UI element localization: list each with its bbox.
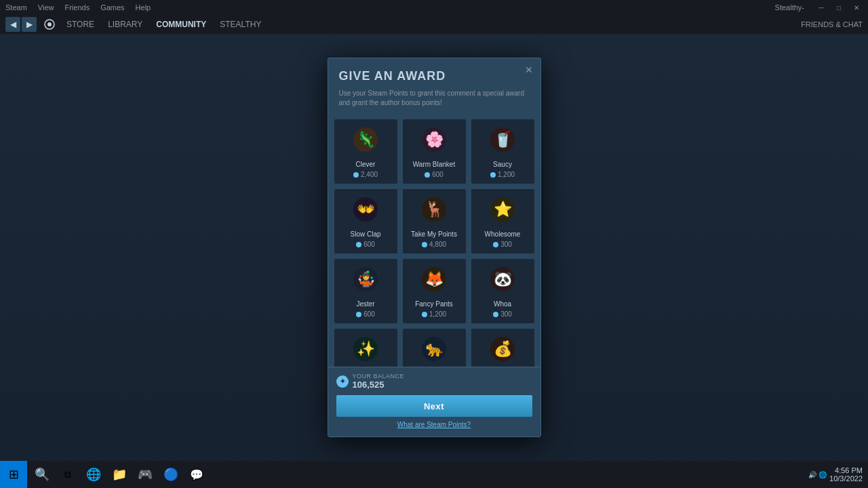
what-are-points-link[interactable]: What are Steam Points? xyxy=(336,421,532,428)
cost-value: 600 xyxy=(363,241,375,248)
steam-icon xyxy=(42,17,57,32)
award-item-clever[interactable]: 🦎Clever2,400 xyxy=(334,119,398,184)
award-icon: 🐼 xyxy=(489,266,516,296)
svg-text:🤹: 🤹 xyxy=(357,270,376,288)
cost-icon xyxy=(356,242,361,247)
back-button[interactable]: ◀ xyxy=(5,17,20,32)
balance-value: 106,525 xyxy=(353,380,405,390)
title-bar: Steam View Friends Games Help Stealthy- … xyxy=(0,0,868,15)
award-icon: 👐 xyxy=(352,196,379,226)
svg-text:🥤: 🥤 xyxy=(494,130,513,148)
svg-text:✨: ✨ xyxy=(357,340,376,358)
award-item-wholesome[interactable]: ⭐Wholesome300 xyxy=(471,188,535,254)
next-button[interactable]: Next xyxy=(336,395,532,417)
award-item-jester[interactable]: 🤹Jester600 xyxy=(334,258,398,324)
award-icon: 🤹 xyxy=(352,266,379,296)
balance-label: YOUR BALANCE xyxy=(353,373,405,380)
award-name: Saucy xyxy=(493,161,512,168)
menu-steam[interactable]: Steam xyxy=(5,3,27,12)
forward-button[interactable]: ▶ xyxy=(22,17,37,32)
modal-backdrop: ✕ GIVE AN AWARD Use your Steam Points to… xyxy=(0,34,868,461)
menu-friends[interactable]: Friends xyxy=(64,3,90,12)
taskbar-folder[interactable]: 📁 xyxy=(107,462,132,487)
cost-value: 300 xyxy=(500,241,512,248)
cost-icon xyxy=(422,312,427,317)
start-button[interactable]: ⊞ xyxy=(0,461,27,488)
award-item-wild[interactable]: 🐆Wild300 xyxy=(402,328,467,367)
cost-icon xyxy=(493,242,498,247)
award-item-super-star[interactable]: ✨Super Star600 xyxy=(334,328,398,367)
nav-links: STORE LIBRARY COMMUNITY STEALTHY xyxy=(61,18,267,30)
award-item-warm-blanket[interactable]: 🌸Warm Blanket600 xyxy=(402,119,467,184)
cost-icon xyxy=(490,172,496,178)
award-icon: ✨ xyxy=(352,336,379,366)
system-tray: 🔊 🌐 4:56 PM 10/3/2022 xyxy=(803,466,868,483)
window-controls: Stealthy- ─ □ ✕ xyxy=(775,1,863,14)
modal-header: GIVE AN AWARD Use your Steam Points to g… xyxy=(328,58,540,113)
menu-games[interactable]: Games xyxy=(100,3,124,12)
award-icon: 💰 xyxy=(489,336,516,366)
taskbar-discord[interactable]: 💬 xyxy=(184,462,209,487)
cost-value: 600 xyxy=(363,310,375,318)
award-item-fancy-pants[interactable]: 🦊Fancy Pants1,200 xyxy=(402,258,467,324)
award-icon: 🦌 xyxy=(420,196,448,226)
nav-user[interactable]: STEALTHY xyxy=(214,18,267,30)
title-bar-menu: Steam View Friends Games Help xyxy=(5,3,151,12)
award-cost: 4,800 xyxy=(422,241,446,248)
cost-value: 1,200 xyxy=(429,310,446,318)
tray-icons: 🔊 🌐 xyxy=(808,471,827,479)
taskbar-time: 4:56 PM 10/3/2022 xyxy=(829,466,863,483)
content-area: ✕ GIVE AN AWARD Use your Steam Points to… xyxy=(0,34,868,461)
cost-value: 600 xyxy=(432,171,443,178)
svg-text:🦎: 🦎 xyxy=(357,130,376,148)
taskbar-edge[interactable]: 🌐 xyxy=(81,462,106,487)
modal-footer: ✦ YOUR BALANCE 106,525 Next What are Ste… xyxy=(328,367,540,436)
balance-info: YOUR BALANCE 106,525 xyxy=(353,373,405,390)
give-award-modal: ✕ GIVE AN AWARD Use your Steam Points to… xyxy=(328,58,541,437)
cost-icon xyxy=(425,172,430,178)
svg-text:🦌: 🦌 xyxy=(425,200,444,218)
taskbar-task-view[interactable]: ⧉ xyxy=(56,462,80,487)
svg-text:💰: 💰 xyxy=(494,340,513,358)
nav-community[interactable]: COMMUNITY xyxy=(151,18,212,30)
menu-view[interactable]: View xyxy=(38,3,54,12)
close-button[interactable]: ✕ xyxy=(850,1,863,14)
modal-subtitle: Use your Steam Points to grant this comm… xyxy=(339,89,530,108)
modal-close-button[interactable]: ✕ xyxy=(523,64,535,76)
maximize-button[interactable]: □ xyxy=(833,1,845,14)
taskbar-icons: 🔍 ⧉ 🌐 📁 🎮 🔵 💬 xyxy=(27,461,803,488)
minimize-button[interactable]: ─ xyxy=(815,1,827,14)
cost-icon xyxy=(493,312,498,317)
nav-bar: ◀ ▶ STORE LIBRARY COMMUNITY STEALTHY FRI… xyxy=(0,15,868,34)
modal-title: GIVE AN AWARD xyxy=(339,69,530,83)
award-icon: ⭐ xyxy=(489,196,516,226)
taskbar-chrome[interactable]: 🔵 xyxy=(159,462,183,487)
award-name: Jester xyxy=(356,300,374,308)
taskbar-steam[interactable]: 🎮 xyxy=(133,462,157,487)
award-cost: 600 xyxy=(356,241,375,248)
svg-text:🌸: 🌸 xyxy=(425,130,444,148)
award-icon: 🦎 xyxy=(352,126,379,157)
award-name: Fancy Pants xyxy=(415,300,453,308)
award-name: Wholesome xyxy=(485,230,521,238)
taskbar-search[interactable]: 🔍 xyxy=(30,462,54,487)
award-item-treasure[interactable]: 💰Treasure600 xyxy=(471,328,535,367)
svg-text:🐼: 🐼 xyxy=(494,270,513,288)
menu-help[interactable]: Help xyxy=(136,3,151,12)
cost-icon xyxy=(356,312,361,317)
award-cost: 600 xyxy=(425,171,443,178)
cost-value: 4,800 xyxy=(429,241,446,248)
svg-text:⭐: ⭐ xyxy=(494,200,513,218)
award-name: Clever xyxy=(356,161,376,168)
award-item-slow-clap[interactable]: 👐Slow Clap600 xyxy=(334,188,398,254)
award-item-take-my-points[interactable]: 🦌Take My Points4,800 xyxy=(402,188,467,254)
friends-chat-label: FRIENDS & CHAT xyxy=(801,20,863,28)
user-label: Stealthy- xyxy=(775,3,804,12)
awards-scroll-area[interactable]: 🦎Clever2,400🌸Warm Blanket600🥤Saucy1,200👐… xyxy=(328,113,540,367)
award-item-whoa[interactable]: 🐼Whoa300 xyxy=(471,258,535,324)
nav-library[interactable]: LIBRARY xyxy=(102,18,148,30)
award-cost: 300 xyxy=(493,310,512,318)
nav-store[interactable]: STORE xyxy=(61,18,100,30)
award-item-saucy[interactable]: 🥤Saucy1,200 xyxy=(471,119,535,184)
award-name: Take My Points xyxy=(411,230,457,238)
